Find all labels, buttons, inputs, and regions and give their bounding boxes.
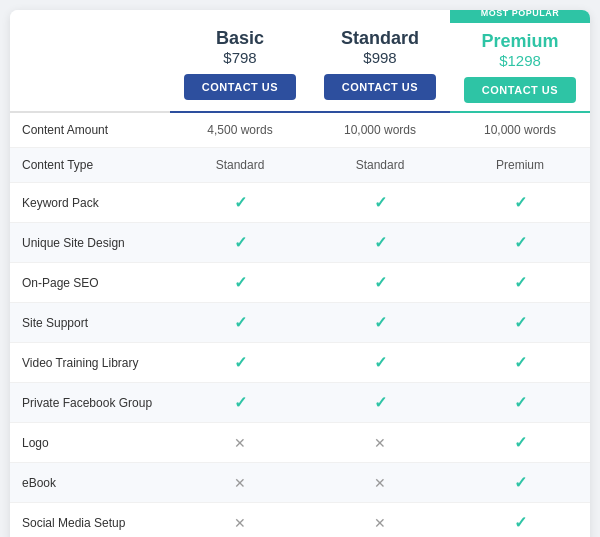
cross-icon: ✕ [374,515,386,531]
feature-value: ✓ [170,263,310,302]
feature-value: ✓ [310,343,450,382]
feature-value: 10,000 words [310,113,450,147]
feature-row: Content Amount4,500 words10,000 words10,… [10,113,590,148]
check-icon: ✓ [514,233,527,252]
feature-value: ✕ [170,423,310,462]
feature-value: ✕ [310,423,450,462]
check-icon: ✓ [514,273,527,292]
feature-label: Site Support [10,303,170,342]
standard-plan-price: $998 [320,49,440,66]
most-popular-badge: MOST POPULAR [450,10,590,21]
feature-value: ✕ [310,503,450,537]
cross-icon: ✕ [234,475,246,491]
feature-value: ✓ [450,303,590,342]
feature-value: ✓ [170,303,310,342]
cross-icon: ✕ [234,435,246,451]
feature-value: ✓ [170,183,310,222]
check-icon: ✓ [234,273,247,292]
basic-header: Basic $798 CONTACT US [170,20,310,111]
feature-label: On-Page SEO [10,263,170,302]
check-icon: ✓ [374,233,387,252]
feature-row: On-Page SEO✓✓✓ [10,263,590,303]
feature-label: Social Media Setup [10,503,170,537]
feature-value: ✓ [310,303,450,342]
feature-value: ✓ [310,263,450,302]
feature-label: Private Facebook Group [10,383,170,422]
standard-header: Standard $998 CONTACT US [310,20,450,111]
basic-plan-name: Basic [180,28,300,49]
check-icon: ✓ [514,353,527,372]
cross-icon: ✕ [234,515,246,531]
feature-value: 4,500 words [170,113,310,147]
feature-row: Video Training Library✓✓✓ [10,343,590,383]
feature-value: ✓ [310,383,450,422]
feature-row: Content TypeStandardStandardPremium [10,148,590,183]
pricing-table: Basic $798 CONTACT US Standard $998 CONT… [10,10,590,537]
feature-value: ✓ [170,223,310,262]
feature-value: ✓ [450,463,590,502]
feature-value: ✓ [170,343,310,382]
feature-value: ✕ [170,463,310,502]
check-icon: ✓ [234,313,247,332]
feature-value: ✓ [450,183,590,222]
feature-label: Logo [10,423,170,462]
feature-row: Social Media Setup✕✕✓ [10,503,590,537]
basic-plan-price: $798 [180,49,300,66]
check-icon: ✓ [514,393,527,412]
premium-plan-name: Premium [460,31,580,52]
header-row: Basic $798 CONTACT US Standard $998 CONT… [10,10,590,111]
feature-value: ✕ [170,503,310,537]
check-icon: ✓ [374,353,387,372]
feature-label: Content Amount [10,113,170,147]
cross-icon: ✕ [374,475,386,491]
feature-value: ✓ [450,223,590,262]
feature-value: ✓ [450,503,590,537]
standard-contact-button[interactable]: CONTACT US [324,74,436,100]
check-icon: ✓ [374,273,387,292]
cross-icon: ✕ [374,435,386,451]
feature-value: ✓ [310,183,450,222]
premium-contact-button[interactable]: CONTACT US [464,77,576,103]
check-icon: ✓ [514,193,527,212]
feature-row: Keyword Pack✓✓✓ [10,183,590,223]
check-icon: ✓ [514,313,527,332]
features-container: Content Amount4,500 words10,000 words10,… [10,113,590,537]
standard-plan-name: Standard [320,28,440,49]
feature-label: Video Training Library [10,343,170,382]
check-icon: ✓ [374,193,387,212]
check-icon: ✓ [374,393,387,412]
check-icon: ✓ [234,353,247,372]
feature-value: ✓ [170,383,310,422]
feature-row: eBook✕✕✓ [10,463,590,503]
feature-value: Standard [170,148,310,182]
feature-row: Unique Site Design✓✓✓ [10,223,590,263]
feature-label: Keyword Pack [10,183,170,222]
feature-value: 10,000 words [450,113,590,147]
feature-value: Premium [450,148,590,182]
premium-header: MOST POPULAR Premium $1298 CONTACT US [450,20,590,111]
check-icon: ✓ [234,193,247,212]
check-icon: ✓ [374,313,387,332]
empty-header [10,20,170,111]
feature-value: ✓ [450,423,590,462]
feature-value: ✕ [310,463,450,502]
check-icon: ✓ [514,473,527,492]
feature-label: eBook [10,463,170,502]
feature-row: Site Support✓✓✓ [10,303,590,343]
check-icon: ✓ [234,233,247,252]
feature-value: ✓ [450,383,590,422]
check-icon: ✓ [234,393,247,412]
feature-row: Logo✕✕✓ [10,423,590,463]
premium-plan-price: $1298 [460,52,580,69]
basic-contact-button[interactable]: CONTACT US [184,74,296,100]
feature-value: ✓ [450,343,590,382]
feature-label: Content Type [10,148,170,182]
feature-value: ✓ [450,263,590,302]
feature-value: ✓ [310,223,450,262]
feature-value: Standard [310,148,450,182]
check-icon: ✓ [514,513,527,532]
feature-label: Unique Site Design [10,223,170,262]
check-icon: ✓ [514,433,527,452]
feature-row: Private Facebook Group✓✓✓ [10,383,590,423]
